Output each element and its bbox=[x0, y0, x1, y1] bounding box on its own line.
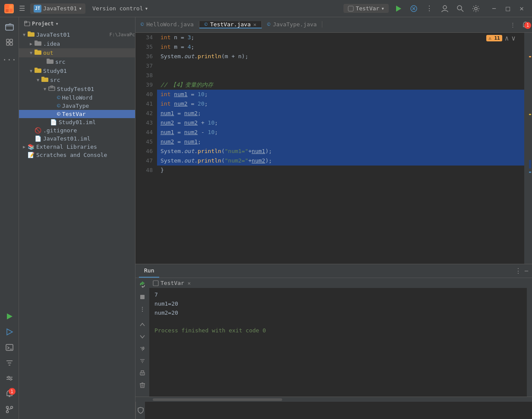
gutter-mark-1 bbox=[529, 56, 531, 57]
tree-item-scratches[interactable]: 📝 Scratches and Console bbox=[19, 151, 135, 159]
run-tab-close[interactable]: ✕ bbox=[188, 280, 191, 286]
tree-item-out[interactable]: ▼ out bbox=[19, 48, 135, 57]
code-editor[interactable]: 34 35 36 37 38 39 40 41 42 43 44 45 46 4… bbox=[135, 33, 532, 264]
vcs-dropdown[interactable]: Version control ▾ bbox=[89, 4, 151, 13]
svg-rect-18 bbox=[6, 344, 13, 350]
minimize-button[interactable]: − bbox=[488, 3, 500, 15]
folder-icon bbox=[35, 67, 41, 75]
code-line-46[interactable]: System.out.println("num1="+num1); bbox=[157, 147, 524, 156]
bottom-more-button[interactable]: ⋮ bbox=[515, 267, 522, 275]
code-line-41[interactable]: int num2 = 20; bbox=[157, 99, 524, 109]
collapse-all-button[interactable]: ∧ bbox=[505, 34, 509, 42]
svg-rect-51 bbox=[140, 295, 145, 299]
maximize-button[interactable]: □ bbox=[502, 3, 514, 15]
tab-close-testvar[interactable]: ✕ bbox=[253, 22, 256, 28]
tree-item-idea[interactable]: ▶ .idea bbox=[19, 39, 135, 48]
line-num-35: 35 bbox=[135, 42, 153, 52]
code-line-45[interactable]: num2 = num1; bbox=[157, 137, 524, 147]
sidebar-title: Project bbox=[32, 21, 54, 27]
line-num-36: 36 bbox=[135, 52, 153, 61]
code-content[interactable]: ⚠ 11 ∧ ∨ int n = 3; int m = 4; System.ou bbox=[157, 33, 524, 264]
iml-icon: 📄 bbox=[35, 135, 41, 142]
tab-icon-testvar: © bbox=[205, 22, 208, 28]
tree-arrow: ▼ bbox=[28, 69, 35, 73]
print-button[interactable] bbox=[137, 368, 148, 378]
code-line-35[interactable]: int m = 4; bbox=[157, 42, 524, 52]
rerun-button[interactable] bbox=[137, 280, 148, 290]
code-line-44[interactable]: num1 = num2 - 10; bbox=[157, 128, 524, 137]
scroll-down-button[interactable] bbox=[137, 331, 148, 342]
tab-more-button[interactable]: ⋮ bbox=[507, 22, 519, 28]
hamburger-menu[interactable]: ☰ bbox=[17, 4, 27, 13]
code-line-36[interactable]: System.out.println(m + n); bbox=[157, 52, 524, 61]
line-num-40: 40 bbox=[135, 90, 153, 99]
more-tools-button[interactable]: ··· bbox=[3, 53, 16, 66]
code-line-37[interactable] bbox=[157, 61, 524, 71]
tab-javatype[interactable]: © JavaType.java bbox=[262, 21, 322, 28]
tree-item-javatest01iml[interactable]: 📄 JavaTest01.iml bbox=[19, 134, 135, 143]
code-line-40[interactable]: int num1 = 10; bbox=[157, 90, 524, 99]
tree-item-helloword[interactable]: © HelloWord bbox=[19, 94, 135, 102]
comment: // 【4】变量的内存 bbox=[161, 80, 213, 90]
terminal-button[interactable] bbox=[3, 341, 16, 354]
stop-button[interactable] bbox=[137, 292, 148, 302]
output-scrollbar[interactable] bbox=[527, 278, 532, 397]
code-line-34[interactable]: int n = 3; bbox=[157, 33, 524, 42]
code-line-42[interactable]: num1 = num2; bbox=[157, 109, 524, 118]
svg-rect-1 bbox=[9, 5, 13, 8]
horizontal-scrollbar-thumb[interactable] bbox=[153, 398, 282, 401]
editor-notification-badge: 1 bbox=[524, 22, 531, 29]
folder-view-button[interactable] bbox=[3, 20, 16, 34]
search-button[interactable] bbox=[454, 3, 466, 15]
java-class-icon: © bbox=[57, 103, 60, 109]
tab-helloword[interactable]: © HelloWord.java bbox=[135, 21, 199, 28]
clear-output-button[interactable] bbox=[137, 380, 148, 390]
profile-button[interactable] bbox=[439, 3, 451, 15]
code-line-39[interactable]: // 【4】变量的内存 bbox=[157, 80, 524, 90]
tree-item-external-libs[interactable]: ▶ 📚 External Libraries bbox=[19, 143, 135, 151]
tab-testvar[interactable]: © TestVar.java ✕ bbox=[199, 21, 262, 28]
output-with-header: TestVar ✕ 7 num1=20 num2=20 Process fini… bbox=[149, 278, 527, 397]
code-line-43[interactable]: num2 = num2 + 10; bbox=[157, 118, 524, 128]
debug-button[interactable] bbox=[408, 3, 420, 15]
code-line-38[interactable] bbox=[157, 71, 524, 80]
project-name: JavaTest01 bbox=[43, 5, 77, 12]
tree-item-javatest01[interactable]: ▼ JavaTest01 F:\JavaPc bbox=[19, 30, 135, 39]
filter2-button[interactable] bbox=[3, 372, 16, 385]
run-config-dropdown[interactable]: TestVar ▾ bbox=[343, 4, 389, 13]
close-button[interactable]: ✕ bbox=[516, 3, 528, 15]
tree-label-studytest01: StudyTest01 bbox=[57, 86, 135, 92]
git-button[interactable] bbox=[3, 403, 16, 416]
plugins-button[interactable] bbox=[3, 35, 16, 49]
run-button[interactable] bbox=[392, 3, 404, 15]
code-line-48[interactable]: } bbox=[157, 166, 524, 175]
bottom-collapse-button[interactable]: − bbox=[524, 267, 529, 275]
editor-area: © HelloWord.java © TestVar.java ✕ © Java… bbox=[135, 17, 532, 419]
tree-item-javatype[interactable]: © JavaType bbox=[19, 102, 135, 110]
tree-item-gitignore[interactable]: 🚫 .gitignore bbox=[19, 126, 135, 134]
tree-item-study01iml[interactable]: 📄 Study01.iml bbox=[19, 118, 135, 126]
tree-item-study01[interactable]: ▼ Study01 bbox=[19, 66, 135, 75]
project-dropdown[interactable]: JT JavaTest01 ▾ bbox=[30, 3, 85, 14]
filter-output-button[interactable] bbox=[137, 344, 148, 354]
svg-point-7 bbox=[443, 6, 447, 9]
expand-all-button[interactable]: ∨ bbox=[511, 34, 516, 42]
run-panel-button[interactable] bbox=[3, 310, 16, 323]
tree-item-src-out[interactable]: src bbox=[19, 57, 135, 66]
shield-icon-button[interactable] bbox=[135, 403, 148, 417]
filter-level-button[interactable] bbox=[137, 356, 148, 366]
code-line-47[interactable]: System.out.println("num2="+num2); bbox=[157, 156, 524, 166]
warning-badge: ⚠ 11 bbox=[486, 35, 502, 41]
bottom-tab-run[interactable]: Run bbox=[139, 264, 159, 278]
debug-panel-button[interactable] bbox=[3, 325, 16, 339]
more-actions-button[interactable]: ⋮ bbox=[423, 3, 435, 15]
tree-item-src-study01[interactable]: ▼ src bbox=[19, 75, 135, 84]
scroll-up-button[interactable] bbox=[137, 319, 148, 330]
settings-button[interactable] bbox=[470, 3, 482, 15]
more-run-actions[interactable]: ⋮ bbox=[137, 304, 148, 314]
tree-item-studytest01[interactable]: ▼ StudyTest01 bbox=[19, 84, 135, 94]
folder-icon bbox=[47, 58, 54, 66]
filter-button[interactable] bbox=[3, 356, 16, 370]
tree-item-testvar[interactable]: © TestVar bbox=[19, 110, 135, 118]
svg-rect-41 bbox=[47, 59, 50, 60]
